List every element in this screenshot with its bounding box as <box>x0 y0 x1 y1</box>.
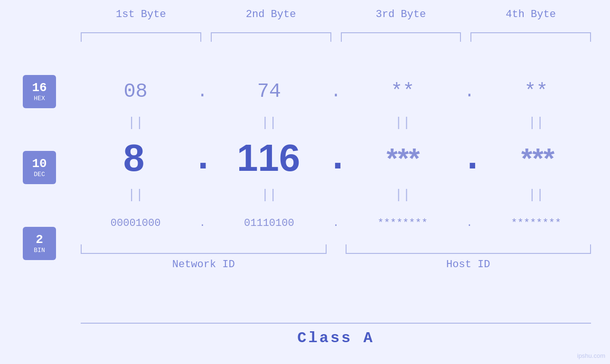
col-header-2: 2nd Byte <box>206 9 336 20</box>
eq-1-b1: || <box>76 115 195 130</box>
eq-2-b2: || <box>209 187 328 202</box>
bracket-1 <box>81 32 201 42</box>
dec-dot-1: . <box>192 137 211 180</box>
class-divider <box>81 323 591 324</box>
bin-b1-val: 00001000 <box>111 217 161 229</box>
hex-b2-val: 74 <box>257 80 281 103</box>
bin-badge-label: BIN <box>34 247 45 254</box>
eq-2-b1: || <box>76 187 195 202</box>
dec-b2: 116 <box>211 136 327 180</box>
hex-b4: ** <box>477 80 596 103</box>
dec-b3: *** <box>346 142 461 175</box>
bin-dot-1: . <box>195 217 209 229</box>
hex-dot-3: . <box>462 82 477 102</box>
host-bracket <box>346 244 591 254</box>
bin-b2-val: 01110100 <box>244 217 294 229</box>
bin-badge: 2 BIN <box>23 227 56 260</box>
bin-b1: 00001000 <box>76 217 195 229</box>
col-header-4: 4th Byte <box>466 9 596 20</box>
dec-dot-2: . <box>327 137 346 180</box>
eq-row-2: || || || || <box>76 185 596 204</box>
network-bracket <box>81 244 327 254</box>
dec-b4-val: *** <box>521 142 554 174</box>
eq-2-b3: || <box>343 187 462 202</box>
hex-dot-2: . <box>329 82 343 102</box>
labels-row: Network ID Host ID <box>81 259 591 271</box>
dec-b3-val: *** <box>386 142 420 174</box>
eq-2-b4: || <box>477 187 596 202</box>
dec-b1: 8 <box>76 136 192 180</box>
hex-b3-val: ** <box>391 80 414 103</box>
hex-b1-val: 08 <box>123 80 147 103</box>
dec-b4: *** <box>480 142 596 175</box>
class-section: Class A <box>81 323 591 347</box>
host-id-label: Host ID <box>346 259 591 271</box>
hex-b1: 08 <box>76 80 195 103</box>
bin-b2: 01110100 <box>209 217 328 229</box>
bin-b4: ******** <box>477 217 596 229</box>
dec-badge: 10 DEC <box>23 151 56 184</box>
hex-badge-label: HEX <box>34 95 45 102</box>
hex-badge-number: 16 <box>32 81 47 95</box>
eq-1-b2: || <box>209 115 328 130</box>
bracket-4 <box>470 32 591 42</box>
bin-row: 00001000 . 01110100 . ******** . *******… <box>76 204 596 242</box>
bin-badge-number: 2 <box>36 233 43 247</box>
eq-row-1: || || || || <box>76 113 596 132</box>
watermark: ipshu.com <box>577 352 605 359</box>
bin-brackets <box>81 244 591 254</box>
dec-badge-number: 10 <box>32 157 47 171</box>
bracket-3 <box>341 32 461 42</box>
bracket-2 <box>211 32 331 42</box>
network-id-label: Network ID <box>81 259 327 271</box>
eq-1-b4: || <box>477 115 596 130</box>
class-label: Class A <box>297 329 374 347</box>
dec-b2-val: 116 <box>237 137 300 179</box>
hex-b3: ** <box>343 80 462 103</box>
dec-dot-3: . <box>461 137 480 180</box>
col-header-1: 1st Byte <box>76 9 206 20</box>
eq-1-b3: || <box>343 115 462 130</box>
dec-badge-label: DEC <box>34 171 45 178</box>
dec-row: 8 . 116 . *** . *** <box>76 132 596 184</box>
dec-b1-val: 8 <box>123 137 145 179</box>
bin-b3: ******** <box>343 217 462 229</box>
header-brackets <box>76 32 596 42</box>
column-headers: 1st Byte 2nd Byte 3rd Byte 4th Byte <box>76 9 596 20</box>
hex-b2: 74 <box>209 80 328 103</box>
bin-dot-2: . <box>329 217 343 229</box>
bin-dot-3: . <box>462 217 477 229</box>
hex-row: 08 . 74 . ** . ** <box>76 70 596 113</box>
hex-b4-val: ** <box>524 80 548 103</box>
hex-badge: 16 HEX <box>23 75 56 108</box>
col-header-3: 3rd Byte <box>336 9 466 20</box>
bin-b4-val: ******** <box>511 217 562 229</box>
bin-b3-val: ******** <box>377 217 428 229</box>
hex-dot-1: . <box>195 82 209 102</box>
